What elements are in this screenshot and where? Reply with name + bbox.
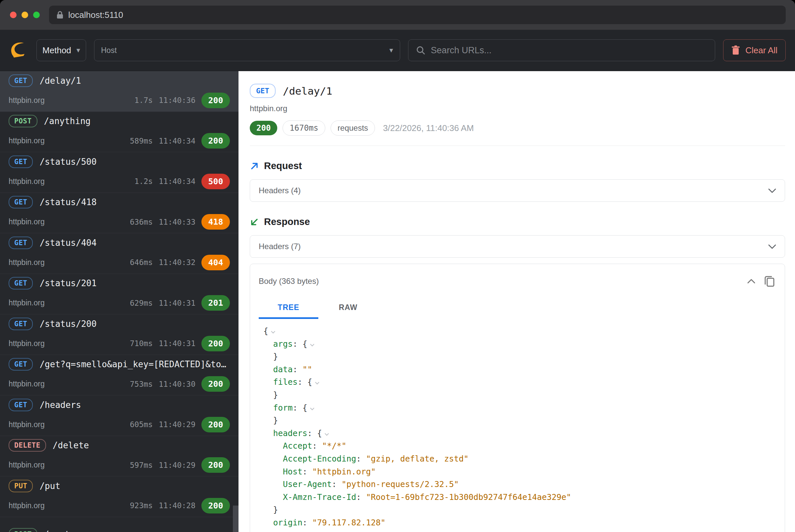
arrow-up-right-icon: [250, 162, 259, 171]
method-badge: DELETE: [8, 439, 46, 452]
request-path: /post: [44, 529, 70, 532]
request-list-item[interactable]: GET/status/201httpbin.org629ms11:40:3120…: [0, 274, 238, 315]
json-punctuation: }: [273, 390, 278, 400]
tab-raw[interactable]: RAW: [318, 299, 378, 319]
detail-host: httpbin.org: [250, 104, 785, 113]
json-punctuation: }: [273, 416, 278, 425]
request-host: httpbin.org: [8, 217, 124, 226]
request-time: 11:40:34: [159, 137, 195, 145]
request-path: /delete: [53, 440, 89, 450]
copy-icon[interactable]: [764, 275, 775, 287]
method-filter-select[interactable]: Method ▾: [36, 39, 86, 61]
json-punctuation: :: [356, 454, 366, 463]
json-key: form: [273, 403, 293, 413]
request-list-item[interactable]: GET/delay/1httpbin.org1.7s11:40:36200: [0, 71, 238, 112]
tree-collapse-chevron-icon[interactable]: [310, 406, 314, 410]
request-list-item[interactable]: GET/status/200httpbin.org710ms11:40:3120…: [0, 314, 238, 355]
url-text: localhost:5110: [68, 10, 123, 20]
request-headers-expander[interactable]: Headers (4): [250, 179, 785, 202]
json-tree-line: X-Amzn-Trace-Id: "Root=1-69bfc723-1b300d…: [263, 491, 776, 504]
json-key: User-Agent: [283, 479, 332, 489]
status-badge: 200: [201, 498, 230, 513]
main-content: GET/delay/1httpbin.org1.7s11:40:36200POS…: [0, 71, 795, 532]
request-duration: 636ms: [130, 218, 153, 226]
json-punctuation: :: [293, 365, 303, 374]
request-list-item[interactable]: GET/headershttpbin.org605ms11:40:29200: [0, 395, 238, 436]
request-host: httpbin.org: [8, 299, 124, 307]
status-badge: 200: [201, 376, 230, 392]
response-body-card: Body (363 bytes): [250, 264, 785, 532]
request-detail-panel: GET /delay/1 httpbin.org 200 1670ms requ…: [238, 71, 795, 532]
status-badge: 200: [201, 133, 230, 149]
request-duration: 597ms: [130, 461, 153, 470]
request-list-item[interactable]: GET/status/500httpbin.org1.2s11:40:34500: [0, 152, 238, 193]
search-input[interactable]: [431, 45, 708, 56]
sidebar-scrollbar-thumb[interactable]: [233, 506, 238, 532]
request-duration: 710ms: [130, 339, 153, 348]
json-punctuation: :: [303, 518, 312, 527]
json-punctuation: :: [303, 467, 312, 476]
request-time: 11:40:33: [159, 218, 195, 226]
chevron-down-icon: ▾: [76, 46, 80, 55]
method-badge: GET: [8, 196, 33, 208]
browser-chrome: localhost:5110: [0, 0, 795, 30]
clear-all-button[interactable]: Clear All: [723, 39, 786, 61]
tab-tree[interactable]: TREE: [259, 299, 318, 319]
response-headers-expander[interactable]: Headers (7): [250, 235, 785, 258]
json-tree-line: {: [263, 325, 776, 338]
tree-collapse-chevron-icon[interactable]: [310, 342, 314, 346]
request-section-heading: Request: [250, 160, 785, 171]
json-tree-line: Accept: "*/*": [263, 440, 776, 453]
json-tree-line: }: [263, 414, 776, 427]
request-time: 11:40:32: [159, 258, 195, 267]
request-duration: 1.7s: [134, 96, 153, 104]
json-string-value: "python-requests/2.32.5": [342, 479, 459, 489]
collapse-icon[interactable]: [747, 279, 756, 284]
request-duration: 923ms: [130, 501, 153, 510]
tree-collapse-chevron-icon[interactable]: [325, 432, 329, 436]
json-tree-line: headers: {: [263, 427, 776, 440]
search-icon: [416, 45, 426, 55]
address-bar[interactable]: localhost:5110: [49, 6, 786, 24]
json-punctuation: : {: [293, 403, 307, 413]
app-window: localhost:5110 Method ▾ Host ▾: [0, 0, 795, 532]
detail-tag-pill: requests: [330, 120, 375, 136]
request-section-title: Request: [264, 160, 302, 171]
request-list-item[interactable]: GET/status/404httpbin.org646ms11:40:3240…: [0, 233, 238, 274]
request-list-item[interactable]: DELETE/deletehttpbin.org597ms11:40:29200: [0, 436, 238, 477]
request-list-item[interactable]: GET/get?q=smello&api_key=[REDACTED]&toke…: [0, 355, 238, 396]
request-path: /status/201: [39, 278, 96, 288]
request-time: 11:40:31: [159, 339, 195, 348]
request-duration: 646ms: [130, 258, 153, 267]
response-section-heading: Response: [250, 216, 785, 227]
json-tree-line: origin: "79.117.82.128": [263, 516, 776, 529]
request-path: /put: [39, 481, 60, 491]
request-list-item[interactable]: POST/post: [0, 517, 238, 532]
json-key: url: [273, 531, 288, 532]
window-controls: [0, 12, 49, 18]
status-badge: 200: [201, 457, 230, 473]
minimize-window-button[interactable]: [21, 12, 28, 18]
request-time: 11:40:36: [159, 96, 195, 104]
header-divider: [250, 146, 785, 146]
json-punctuation: }: [273, 505, 278, 514]
trash-icon: [731, 45, 740, 55]
method-badge: POST: [8, 115, 37, 127]
host-filter-select[interactable]: Host ▾: [94, 39, 400, 61]
json-punctuation: : {: [293, 339, 307, 349]
request-path: /anything: [44, 116, 91, 126]
request-path: /status/418: [39, 197, 96, 207]
close-window-button[interactable]: [10, 12, 17, 18]
tree-collapse-chevron-icon[interactable]: [315, 380, 319, 385]
request-host: httpbin.org: [8, 460, 124, 470]
maximize-window-button[interactable]: [33, 12, 40, 18]
lock-icon: [56, 11, 64, 19]
json-string-value: "Root=1-69bfc723-1b300db92747f64e14ae329…: [366, 492, 572, 502]
request-list-item[interactable]: POST/anythinghttpbin.org589ms11:40:34200: [0, 112, 238, 153]
request-list-item[interactable]: PUT/puthttpbin.org923ms11:40:28200: [0, 476, 238, 517]
request-host: httpbin.org: [8, 339, 124, 348]
json-punctuation: {: [263, 326, 268, 336]
method-badge: GET: [8, 236, 33, 249]
tree-collapse-chevron-icon[interactable]: [271, 329, 275, 334]
request-list-item[interactable]: GET/status/418httpbin.org636ms11:40:3341…: [0, 193, 238, 233]
